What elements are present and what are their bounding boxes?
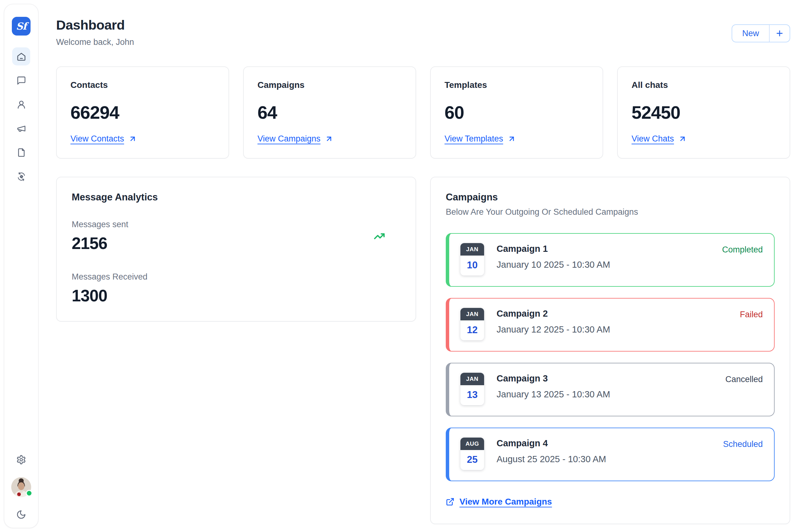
gear-icon — [16, 455, 26, 465]
calendar-badge: JAN 10 — [460, 243, 484, 276]
campaign-info: Campaign 3 January 13 2025 - 10:30 AM — [497, 373, 610, 400]
stat-card-all-chats: All chats 52450 View Chats — [617, 66, 790, 159]
campaign-row-1[interactable]: JAN 10 Campaign 1 January 10 2025 - 10:3… — [446, 233, 775, 287]
stat-title: Templates — [444, 80, 589, 90]
campaign-row-2[interactable]: JAN 12 Campaign 2 January 12 2025 - 10:3… — [446, 298, 775, 352]
moon-icon — [16, 510, 26, 519]
second-row: Message Analytics Messages sent 2156 Mes… — [56, 177, 790, 524]
campaign-datetime: January 13 2025 - 10:30 AM — [497, 389, 610, 400]
arrow-up-right-icon — [325, 135, 333, 143]
view-templates-link-label: View Templates — [444, 134, 503, 144]
message-analytics-panel: Message Analytics Messages sent 2156 Mes… — [56, 177, 416, 322]
sync-gear-icon — [17, 172, 26, 182]
page-subtitle: Welcome back, John — [56, 37, 134, 47]
stat-title: Contacts — [71, 80, 215, 90]
page-header: Dashboard Welcome back, John New — [56, 17, 790, 47]
campaign-status-badge: Completed — [722, 243, 763, 254]
calendar-badge: JAN 13 — [460, 373, 484, 405]
campaign-info: Campaign 2 January 12 2025 - 10:30 AM — [497, 308, 610, 335]
sidebar-item-chats[interactable] — [12, 71, 30, 90]
external-link-icon — [446, 497, 455, 506]
app-logo-text: Sf — [16, 21, 26, 32]
view-templates-link[interactable]: View Templates — [444, 134, 516, 144]
chat-bubble-icon — [17, 76, 26, 86]
campaign-status-badge: Failed — [740, 308, 763, 320]
app-logo: Sf — [12, 17, 31, 36]
campaign-name: Campaign 4 — [497, 438, 606, 449]
campaign-name: Campaign 1 — [497, 244, 610, 254]
user-avatar[interactable] — [11, 477, 31, 497]
stat-value: 64 — [258, 102, 402, 123]
view-contacts-link[interactable]: View Contacts — [71, 134, 137, 144]
messages-received-value: 1300 — [72, 286, 401, 305]
campaigns-panel: Campaigns Below Are Your Outgoing Or Sch… — [430, 177, 790, 524]
campaigns-subtitle: Below Are Your Outgoing Or Scheduled Cam… — [446, 207, 775, 217]
calendar-badge: AUG 25 — [460, 438, 484, 470]
arrow-up-right-icon — [129, 135, 137, 143]
sidebar: Sf — [4, 4, 39, 528]
sidebar-item-templates[interactable] — [12, 144, 30, 162]
new-split-button: New — [732, 24, 790, 42]
stat-title: Campaigns — [258, 80, 402, 90]
campaign-name: Campaign 2 — [497, 308, 610, 319]
plus-icon — [775, 29, 784, 38]
campaigns-title: Campaigns — [446, 192, 775, 203]
calendar-badge: JAN 12 — [460, 308, 484, 340]
stat-card-contacts: Contacts 66294 View Contacts — [56, 66, 229, 159]
view-campaigns-link[interactable]: View Campaigns — [258, 134, 333, 144]
page-title: Dashboard — [56, 17, 134, 33]
sidebar-item-contacts[interactable] — [12, 95, 30, 113]
sidebar-item-home[interactable] — [12, 48, 30, 65]
messages-sent-block: Messages sent 2156 — [72, 220, 129, 253]
calendar-month: JAN — [460, 308, 484, 320]
page-header-text: Dashboard Welcome back, John — [56, 17, 134, 47]
messages-sent-row: Messages sent 2156 — [72, 220, 401, 253]
messages-received-block: Messages Received 1300 — [72, 272, 401, 305]
user-icon — [17, 100, 26, 109]
campaign-info: Campaign 1 January 10 2025 - 10:30 AM — [497, 243, 610, 270]
file-icon — [17, 148, 26, 157]
view-chats-link[interactable]: View Chats — [631, 134, 687, 144]
sidebar-item-campaigns[interactable] — [12, 119, 30, 137]
campaign-row-3[interactable]: JAN 13 Campaign 3 January 13 2025 - 10:3… — [446, 363, 775, 416]
view-more-campaigns-label: View More Campaigns — [459, 497, 552, 507]
campaign-datetime: January 10 2025 - 10:30 AM — [497, 260, 610, 270]
view-chats-link-label: View Chats — [631, 134, 674, 144]
online-status-dot — [26, 490, 33, 496]
campaign-info: Campaign 4 August 25 2025 - 10:30 AM — [497, 438, 606, 464]
campaign-datetime: August 25 2025 - 10:30 AM — [497, 454, 606, 464]
stats-row: Contacts 66294 View Contacts Campaigns 6… — [56, 66, 790, 159]
campaign-name: Campaign 3 — [497, 373, 610, 384]
calendar-day: 10 — [460, 255, 484, 276]
settings-button[interactable] — [16, 455, 26, 465]
arrow-up-right-icon — [678, 135, 687, 143]
calendar-month: JAN — [460, 373, 484, 385]
stat-value: 52450 — [631, 102, 776, 123]
calendar-day: 12 — [460, 320, 484, 340]
stat-value: 66294 — [71, 102, 215, 123]
campaign-datetime: January 12 2025 - 10:30 AM — [497, 324, 610, 335]
analytics-title: Message Analytics — [72, 192, 401, 203]
megaphone-icon — [17, 124, 26, 133]
new-button[interactable]: New — [732, 25, 769, 42]
new-button-label: New — [742, 29, 759, 38]
messages-sent-label: Messages sent — [72, 220, 129, 229]
calendar-day: 25 — [460, 450, 484, 470]
calendar-month: JAN — [460, 243, 484, 255]
arrow-up-right-icon — [508, 135, 516, 143]
stat-card-campaigns: Campaigns 64 View Campaigns — [243, 66, 416, 159]
sidebar-item-automation[interactable] — [12, 167, 30, 186]
campaign-status-badge: Scheduled — [723, 438, 763, 449]
dark-mode-toggle[interactable] — [16, 510, 26, 519]
campaign-status-badge: Cancelled — [725, 373, 763, 384]
main-content: Dashboard Welcome back, John New Contact… — [56, 17, 790, 524]
campaign-list: JAN 10 Campaign 1 January 10 2025 - 10:3… — [446, 233, 775, 481]
trending-up-icon — [374, 231, 401, 242]
stat-title: All chats — [631, 80, 776, 90]
new-plus-button[interactable] — [770, 25, 790, 42]
campaign-row-4[interactable]: AUG 25 Campaign 4 August 25 2025 - 10:30… — [446, 428, 775, 481]
messages-sent-value: 2156 — [72, 234, 129, 253]
view-more-campaigns-link[interactable]: View More Campaigns — [446, 497, 552, 507]
view-contacts-link-label: View Contacts — [71, 134, 124, 144]
home-icon — [17, 52, 26, 61]
